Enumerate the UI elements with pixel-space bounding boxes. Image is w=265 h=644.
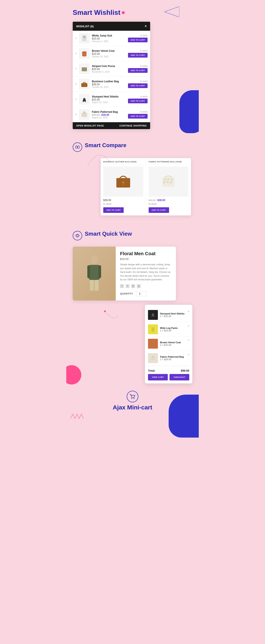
- wishlist-item-status: In stock: [140, 80, 148, 82]
- minicart-item-details: Wide Leg Pants 1 × $15.00: [160, 327, 189, 332]
- quickview-product-title: Floral Men Coat: [120, 251, 172, 256]
- wishlist-item-name: Brown Velvet Coat: [92, 50, 126, 52]
- wishlist-item-actions: In stock ADD TO CART: [128, 111, 148, 118]
- wishlist-item-status: In stock: [140, 34, 148, 37]
- wishlist-item-new-price: $39.00: [101, 114, 109, 116]
- wishlist-panel: WISHLIST (6) × × White Jump Suit $15.00 …: [73, 22, 150, 129]
- title-dot-decoration: [122, 11, 125, 14]
- smart-compare-section: Smart Compare BUSINESS LEATHER BAG (#635…: [73, 142, 192, 216]
- wishlist-item-remove[interactable]: ×: [75, 113, 77, 116]
- minicart-action-buttons: VIEW CART CHECKOUT: [148, 374, 189, 380]
- svg-line-39: [152, 316, 152, 317]
- wishlist-item-name: Fabric Patterned Bag: [92, 110, 126, 114]
- wishlist-add-to-cart-button[interactable]: ADD TO CART: [128, 53, 148, 58]
- minicart-total: Total: $99.00: [148, 366, 189, 374]
- svg-point-2: [83, 36, 86, 38]
- wishlist-item-date: August 22, 2019: [92, 116, 126, 119]
- wishlist-item-info: Striped Coin Purse $15.00 November 5, 20…: [92, 65, 126, 73]
- svg-marker-0: [164, 6, 179, 17]
- wishlist-item-remove[interactable]: ×: [75, 67, 77, 70]
- twitter-icon[interactable]: t: [126, 284, 129, 288]
- open-wishlist-link[interactable]: OPEN WISHLIST PAGE: [76, 124, 104, 127]
- svg-point-31: [91, 255, 98, 264]
- minicart-item-name: Wide Leg Pants: [160, 327, 189, 329]
- svg-point-45: [134, 398, 134, 399]
- wishlist-item: × Stumped Heel Stiletto $15.00 August 22…: [73, 92, 150, 107]
- minicart-floating-panel: Stumped Heel Stiletto 1 × $15.00 ×: [145, 305, 192, 384]
- svg-rect-6: [82, 70, 87, 71]
- wishlist-item-image: [79, 63, 90, 74]
- minicart-item-remove[interactable]: ×: [188, 310, 189, 313]
- wishlist-item-name: Striped Coin Purse: [92, 65, 126, 68]
- svg-line-11: [85, 102, 86, 102]
- minicart-item-image: [148, 339, 158, 349]
- wishlist-item-image: [79, 109, 90, 120]
- minicart-item-details: Brown Velvet Coat 2 × $15.00: [160, 341, 189, 346]
- wishlist-item-remove[interactable]: ×: [75, 37, 77, 40]
- wishlist-item-date: January 30, 2020: [92, 56, 126, 58]
- compare-new-price: $39.00: [157, 199, 165, 202]
- compare-section-title: Smart Compare: [85, 142, 126, 149]
- wishlist-item-price: $39.00: [92, 83, 126, 86]
- compare-panel: BUSINESS LEATHER BAG (#635) $39.00 In st…: [101, 158, 191, 216]
- wishlist-item-image: [79, 94, 90, 104]
- wishlist-item-status: In stock: [140, 96, 148, 98]
- pinterest-icon[interactable]: p: [137, 284, 141, 288]
- svg-line-10: [83, 102, 84, 102]
- view-cart-button[interactable]: VIEW CART: [148, 374, 168, 380]
- compare-add-to-cart-button[interactable]: ADD TO CART: [149, 207, 169, 213]
- checkout-button[interactable]: CHECKOUT: [169, 374, 189, 380]
- minicart-item-remove[interactable]: ×: [188, 324, 189, 327]
- minicart-item-image: [148, 310, 158, 320]
- wishlist-item: × Fabric Patterned Bag $49.00 $39.00: [73, 107, 150, 122]
- wishlist-add-to-cart-button[interactable]: ADD TO CART: [128, 68, 148, 73]
- compare-product-image: [149, 166, 189, 196]
- minicart-item-remove[interactable]: ×: [188, 339, 189, 342]
- svg-rect-35: [90, 280, 94, 291]
- svg-rect-36: [95, 280, 99, 291]
- wishlist-item: × Striped Coin Purse $15.00 November 5, …: [73, 61, 150, 76]
- svg-rect-5: [82, 69, 87, 70]
- wishlist-add-to-cart-button[interactable]: ADD TO CART: [128, 38, 148, 42]
- smart-quickview-section: Smart Quick View Floral Men C: [73, 230, 192, 374]
- ajax-minicart-section: Ajax Mini-cart: [73, 391, 192, 429]
- minicart-total-value: $99.00: [181, 369, 189, 372]
- wishlist-item-status: In stock: [140, 111, 148, 113]
- continue-shopping-link[interactable]: CONTINUE SHOPPING: [119, 124, 147, 127]
- wishlist-count-label: WISHLIST (6): [76, 25, 94, 28]
- wishlist-item-old-price: $49.00: [92, 114, 100, 116]
- quickview-section-title: Smart Quick View: [85, 230, 132, 237]
- wishlist-item-info: Business Leather Bag $39.00 October 28, …: [92, 80, 126, 88]
- minicart-item-remove[interactable]: ×: [188, 353, 189, 356]
- dashed-curve-decoration: [86, 151, 111, 168]
- svg-rect-32: [89, 265, 100, 280]
- wishlist-item-date: August 22, 2019: [92, 101, 126, 104]
- svg-rect-41: [151, 327, 154, 332]
- wishlist-item-remove[interactable]: ×: [75, 52, 77, 55]
- svg-point-37: [104, 310, 106, 312]
- wishlist-add-to-cart-button[interactable]: ADD TO CART: [128, 114, 148, 118]
- compare-add-to-cart-button[interactable]: ADD TO CART: [103, 207, 124, 213]
- wishlist-item-actions: In stock ADD TO CART: [128, 65, 148, 73]
- minicart-item-image: [148, 324, 158, 334]
- compare-product-status: In stock: [149, 202, 189, 205]
- cart-icon: [130, 394, 135, 399]
- facebook-icon[interactable]: f: [120, 284, 124, 288]
- svg-rect-34: [99, 265, 101, 278]
- wishlist-item-remove[interactable]: ×: [75, 98, 77, 101]
- wishlist-item-image: [79, 78, 90, 89]
- wishlist-add-to-cart-button[interactable]: ADD TO CART: [128, 83, 148, 88]
- linkedin-icon[interactable]: in: [131, 284, 135, 288]
- wishlist-item-status: In stock: [140, 50, 148, 52]
- svg-rect-16: [76, 146, 77, 148]
- quantity-input[interactable]: [136, 291, 147, 296]
- wishlist-close-button[interactable]: ×: [145, 24, 147, 28]
- compare-product-header: FABRIC PATTERNED BAG (#638): [149, 161, 189, 165]
- minicart-item-qty-price: 1 × $15.00: [160, 315, 189, 318]
- svg-rect-42: [151, 357, 155, 360]
- quickview-section-icon: [73, 231, 82, 240]
- wishlist-add-to-cart-button[interactable]: ADD TO CART: [128, 98, 148, 103]
- quickview-product-price: $19.00: [120, 257, 172, 260]
- wishlist-item-remove[interactable]: ×: [75, 82, 77, 86]
- wishlist-item-name: White Jump Suit: [92, 34, 126, 37]
